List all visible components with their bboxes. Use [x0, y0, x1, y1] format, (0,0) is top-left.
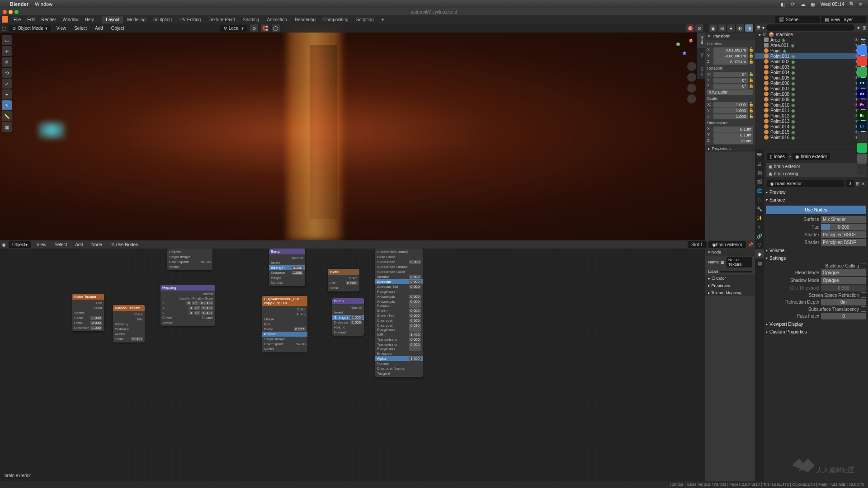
- node-properties-header[interactable]: ▸ Properties: [705, 282, 755, 289]
- workspace-tab-modeling[interactable]: Modeling: [123, 16, 149, 23]
- fac-value[interactable]: 0.200: [821, 224, 866, 230]
- viewport-gizmo[interactable]: X Y Z: [674, 36, 696, 59]
- ne-menu-view[interactable]: View: [34, 241, 49, 248]
- location-x[interactable]: 0.013021m: [713, 47, 748, 53]
- dock-app-button[interactable]: [857, 143, 867, 153]
- prop-tab-particle[interactable]: ✨: [755, 213, 764, 222]
- lock-icon[interactable]: 🔓: [749, 78, 753, 83]
- material-slot-list[interactable]: ◉ brain exterior ◉ brain casing: [766, 163, 866, 177]
- outliner-item[interactable]: Area◉👁📷: [755, 37, 868, 42]
- tool-rotate[interactable]: ⟲: [2, 68, 12, 78]
- prop-tab-viewlayer[interactable]: ▤: [755, 168, 764, 177]
- outliner-item[interactable]: Point.010◉👁📷: [755, 102, 868, 108]
- node-principled-bsdf[interactable]: Christensen-BurleyBase ColorSubsurface0.…: [375, 249, 423, 377]
- dock-app-button[interactable]: [857, 67, 867, 77]
- node-panel-header[interactable]: ▾ Node: [705, 249, 755, 256]
- outliner-item[interactable]: Area.001◉👁📷: [755, 42, 868, 48]
- transform-orientation[interactable]: ⚲Local▾: [220, 25, 247, 32]
- gizmo-toggle[interactable]: 🎯: [686, 24, 694, 32]
- dock-app-button[interactable]: [857, 164, 867, 174]
- outliner-item[interactable]: Point.003◉👁📷: [755, 64, 868, 70]
- dock-app-button[interactable]: [857, 56, 867, 66]
- material-name-field[interactable]: ◉ brain exterior: [767, 180, 844, 187]
- outliner-item[interactable]: Point.008◉👁📷: [755, 91, 868, 97]
- transform-panel-header[interactable]: ▾Transform: [705, 33, 755, 40]
- menubar-icon[interactable]: ⟳: [791, 1, 796, 7]
- prop-tab-world[interactable]: 🌐: [755, 186, 764, 195]
- workspace-tab-rendering[interactable]: Rendering: [291, 16, 319, 23]
- workspace-tab-shading[interactable]: Shading: [239, 16, 263, 23]
- outliner-search[interactable]: [766, 24, 854, 31]
- prop-tab-mesh[interactable]: ▽: [755, 240, 764, 249]
- preview-panel-header[interactable]: ▸Preview: [766, 188, 866, 196]
- tool-annotate[interactable]: ✎: [2, 100, 12, 110]
- dim-y[interactable]: 6.13m: [713, 132, 753, 138]
- gizmo-x[interactable]: X: [689, 39, 693, 42]
- dock-app-button[interactable]: Br: [857, 110, 867, 120]
- perspective-icon[interactable]: [687, 94, 696, 103]
- tool-select-box[interactable]: ▭: [2, 35, 12, 45]
- gizmo-y[interactable]: Y: [676, 42, 680, 46]
- viewport-menu-add[interactable]: Add: [92, 25, 106, 32]
- tool-measure[interactable]: 📏: [2, 111, 12, 121]
- filter-button[interactable]: ▼: [856, 25, 861, 30]
- tool-cursor[interactable]: ✛: [2, 46, 12, 56]
- display-mode-button[interactable]: ▾: [762, 25, 764, 30]
- menu-file[interactable]: File: [11, 16, 24, 23]
- surface-type-value[interactable]: Mix Shader: [821, 216, 866, 223]
- ne-menu-node[interactable]: Node: [89, 241, 105, 248]
- material-selector[interactable]: ◉brain exterior: [708, 241, 746, 248]
- zoom-window-button[interactable]: [14, 10, 19, 14]
- tool-move[interactable]: ✥: [2, 57, 12, 67]
- menubar-icon[interactable]: ☁: [801, 1, 806, 7]
- slot-selector[interactable]: Slot 1: [688, 241, 707, 248]
- pin-icon[interactable]: 📌: [748, 242, 753, 247]
- workspace-tab-animation[interactable]: Animation: [263, 16, 290, 23]
- 3d-viewport[interactable]: ⬚ ⊙Object Mode▾ View Select Add Object ⚲…: [0, 23, 755, 240]
- location-y[interactable]: -0.060001m: [713, 53, 748, 59]
- workspace-tab-texpaint[interactable]: Texture Paint: [205, 16, 238, 23]
- menubar-icon[interactable]: ◧: [781, 1, 786, 7]
- sidebar-tab-view[interactable]: View: [697, 63, 705, 80]
- breadcrumb-object[interactable]: ▯ lobes: [767, 153, 788, 160]
- xray-toggle[interactable]: ▣: [709, 24, 717, 32]
- viewport-display-header[interactable]: ▸Viewport Display: [766, 320, 866, 328]
- object-mode-selector[interactable]: ⊙Object Mode▾: [9, 25, 51, 32]
- pivot-button[interactable]: ⊙: [250, 24, 258, 32]
- proportional-button[interactable]: ◯: [272, 24, 280, 32]
- shader2-value[interactable]: Principled BSDF: [821, 239, 866, 246]
- menu-window[interactable]: Window: [60, 16, 81, 23]
- outliner-item[interactable]: Point.016◉👁📷: [755, 135, 868, 140]
- color-panel-header[interactable]: ▸ ☐ Color: [705, 275, 755, 282]
- dim-x[interactable]: 6.13m: [713, 127, 753, 132]
- node-name-field[interactable]: Noise Texture: [726, 257, 752, 267]
- workspace-tab-compositing[interactable]: Compositing: [320, 16, 352, 23]
- mac-app-name[interactable]: Blender: [10, 1, 28, 7]
- rotation-z[interactable]: 0°: [713, 84, 748, 89]
- prop-tab-render[interactable]: 📷: [755, 150, 764, 159]
- lock-icon[interactable]: 🔓: [749, 59, 753, 65]
- prop-tab-modifier[interactable]: 🔧: [755, 204, 764, 213]
- outliner-item[interactable]: Point.011◉👁📷: [755, 108, 868, 113]
- lock-icon[interactable]: 🔓: [749, 53, 753, 59]
- outliner-item[interactable]: Point.009◉👁📷: [755, 97, 868, 102]
- node-image-texture-2[interactable]: HugoAlexandreE_005 copy 2.jpg 001 ColorA…: [262, 296, 307, 352]
- editor-type-button[interactable]: ⬚: [2, 26, 6, 31]
- zoom-icon[interactable]: [687, 62, 696, 71]
- volume-panel-header[interactable]: ▸Volume: [766, 247, 866, 254]
- outliner-item[interactable]: Point.007◉👁📷: [755, 86, 868, 91]
- outliner-collection[interactable]: ▾☑📦machine: [755, 32, 868, 37]
- shading-solid[interactable]: ●: [727, 24, 735, 32]
- menubar-icon[interactable]: ≡: [859, 1, 864, 7]
- mac-menu-window[interactable]: Window: [35, 1, 52, 7]
- outliner-item[interactable]: Point.013◉👁📷: [755, 118, 868, 124]
- ne-menu-add[interactable]: Add: [72, 241, 86, 248]
- unlink-button[interactable]: ✕: [861, 181, 865, 186]
- prop-tab-material[interactable]: ◉: [755, 249, 764, 258]
- tool-scale[interactable]: ⤢: [2, 79, 12, 89]
- scale-z[interactable]: 1.000: [713, 114, 748, 119]
- node-bump-2[interactable]: Bump NormalInvertStrength1.000Distance1.…: [332, 298, 364, 336]
- menu-render[interactable]: Render: [38, 16, 59, 23]
- lock-icon[interactable]: 🔓: [749, 72, 753, 77]
- material-slot[interactable]: ◉ brain exterior: [766, 163, 866, 170]
